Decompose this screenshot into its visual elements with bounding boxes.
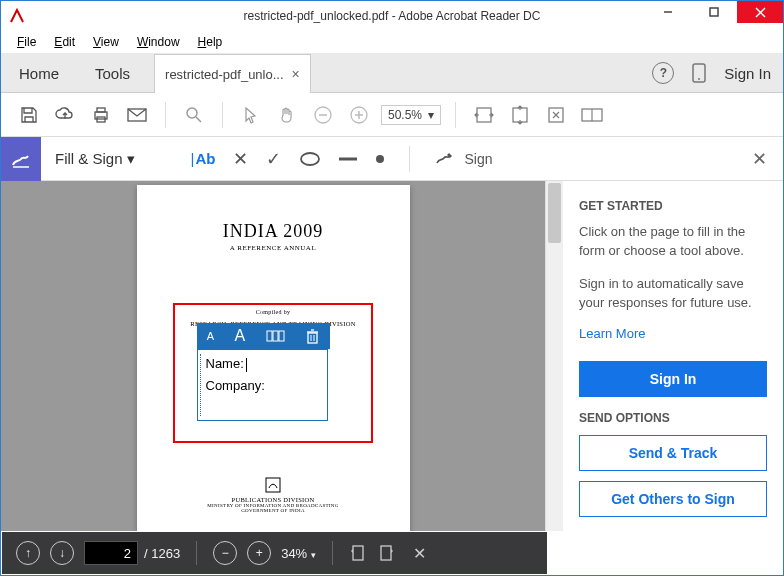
- menu-bar: File Edit View Window Help: [1, 31, 783, 53]
- fit-height-icon[interactable]: [506, 101, 534, 129]
- svg-rect-2: [710, 8, 718, 16]
- svg-rect-37: [381, 546, 391, 560]
- close-tab-icon[interactable]: ×: [292, 66, 300, 82]
- prev-page-icon[interactable]: ↑: [16, 541, 40, 565]
- menu-help[interactable]: Help: [190, 33, 231, 51]
- signature-tool[interactable]: Sign: [434, 150, 492, 168]
- save-icon[interactable]: [15, 101, 43, 129]
- help-icon[interactable]: ?: [652, 62, 674, 84]
- cloud-upload-icon[interactable]: [51, 101, 79, 129]
- document-tab-label: restricted-pdf_unlo...: [165, 67, 284, 82]
- page-subtitle: A REFERENCE ANNUAL: [137, 244, 410, 252]
- publisher-block: PUBLICATIONS DIVISION MINISTRY OF INFORM…: [137, 476, 410, 513]
- add-text-tool[interactable]: |Ab: [191, 150, 216, 167]
- check-mark-tool[interactable]: ✓: [266, 148, 281, 170]
- rotate-ccw-icon[interactable]: [349, 543, 367, 563]
- text-spacing-icon[interactable]: [266, 329, 286, 343]
- zoom-out-icon[interactable]: [309, 101, 337, 129]
- document-view[interactable]: INDIA 2009 A REFERENCE ANNUAL Compiled b…: [1, 181, 545, 531]
- email-icon[interactable]: [123, 101, 151, 129]
- right-panel: GET STARTED Click on the page to fill in…: [563, 181, 783, 573]
- text-larger-icon[interactable]: A: [235, 327, 246, 345]
- zoom-percent[interactable]: 34% ▾: [281, 546, 316, 561]
- close-button[interactable]: [737, 1, 783, 23]
- page-navigation-bar: ↑ ↓ / 1263 − + 34% ▾ ✕: [2, 532, 547, 574]
- fill-sign-label[interactable]: Fill & Sign ▾: [55, 150, 135, 168]
- tab-strip: Home Tools restricted-pdf_unlo... × ? Si…: [1, 53, 783, 93]
- vertical-scrollbar[interactable]: [545, 181, 563, 531]
- fit-page-icon[interactable]: [542, 101, 570, 129]
- get-started-text2: Sign in to automatically save your respo…: [579, 275, 767, 313]
- zoom-in-icon[interactable]: [345, 101, 373, 129]
- print-icon[interactable]: [87, 101, 115, 129]
- send-track-button[interactable]: Send & Track: [579, 435, 767, 471]
- send-options-heading: SEND OPTIONS: [579, 411, 767, 425]
- hand-tool-icon[interactable]: [273, 101, 301, 129]
- tab-home[interactable]: Home: [1, 55, 77, 92]
- x-mark-tool[interactable]: ✕: [233, 148, 248, 170]
- fit-width-icon[interactable]: [470, 101, 498, 129]
- chevron-down-icon: ▾: [428, 108, 434, 122]
- menu-edit[interactable]: Edit: [46, 33, 83, 51]
- company-label: Company:: [206, 378, 265, 393]
- zoom-in-button[interactable]: +: [247, 541, 271, 565]
- text-smaller-icon[interactable]: A: [207, 330, 214, 342]
- zoom-out-button[interactable]: −: [213, 541, 237, 565]
- menu-file[interactable]: File: [9, 33, 44, 51]
- svg-rect-30: [308, 333, 317, 343]
- chevron-down-icon: ▾: [127, 150, 135, 168]
- menu-window[interactable]: Window: [129, 33, 188, 51]
- page-number-field: / 1263: [84, 541, 180, 565]
- get-started-text1: Click on the page to fill in the form or…: [579, 223, 767, 261]
- svg-rect-28: [273, 331, 278, 341]
- svg-rect-36: [353, 546, 363, 560]
- get-started-heading: GET STARTED: [579, 199, 767, 213]
- page-total: / 1263: [144, 546, 180, 561]
- read-mode-icon[interactable]: [578, 101, 606, 129]
- learn-more-link[interactable]: Learn More: [579, 326, 767, 341]
- page-title: INDIA 2009: [137, 221, 410, 242]
- svg-rect-19: [513, 108, 527, 122]
- svg-rect-27: [267, 331, 272, 341]
- fill-text-field[interactable]: Name: Company:: [197, 349, 328, 421]
- acrobat-icon: [9, 8, 25, 24]
- content-area: INDIA 2009 A REFERENCE ANNUAL Compiled b…: [1, 181, 783, 531]
- svg-point-11: [187, 108, 197, 118]
- rotate-cw-icon[interactable]: [377, 543, 395, 563]
- svg-rect-8: [97, 108, 105, 112]
- tab-tools[interactable]: Tools: [77, 55, 148, 92]
- dot-tool[interactable]: [375, 154, 385, 164]
- pdf-page: INDIA 2009 A REFERENCE ANNUAL Compiled b…: [137, 185, 410, 531]
- close-fill-sign-icon[interactable]: ✕: [752, 148, 767, 170]
- delete-icon[interactable]: [306, 329, 319, 344]
- svg-point-26: [376, 155, 384, 163]
- window-controls: [645, 1, 783, 23]
- svg-line-12: [196, 117, 201, 122]
- minimize-button[interactable]: [645, 1, 691, 23]
- fill-sign-toolbar: Fill & Sign ▾ |Ab ✕ ✓ Sign ✕: [1, 137, 783, 181]
- close-nav-icon[interactable]: ✕: [413, 544, 426, 563]
- maximize-button[interactable]: [691, 1, 737, 23]
- svg-rect-29: [279, 331, 284, 341]
- circle-tool[interactable]: [299, 151, 321, 167]
- sign-label: Sign: [464, 151, 492, 167]
- document-tab[interactable]: restricted-pdf_unlo... ×: [154, 54, 311, 93]
- search-icon[interactable]: [180, 101, 208, 129]
- page-number-input[interactable]: [84, 541, 138, 565]
- next-page-icon[interactable]: ↓: [50, 541, 74, 565]
- mobile-icon[interactable]: [692, 63, 706, 83]
- line-tool[interactable]: [339, 156, 357, 162]
- select-tool-icon[interactable]: [237, 101, 265, 129]
- sign-in-button[interactable]: Sign In: [579, 361, 767, 397]
- zoom-level[interactable]: 50.5%▾: [381, 105, 441, 125]
- get-others-sign-button[interactable]: Get Others to Sign: [579, 481, 767, 517]
- zoom-value: 50.5%: [388, 108, 422, 122]
- svg-point-24: [301, 153, 319, 165]
- fill-sign-icon[interactable]: [1, 137, 41, 181]
- svg-rect-18: [477, 108, 491, 122]
- fill-sign-text: Fill & Sign: [55, 150, 123, 167]
- main-toolbar: 50.5%▾: [1, 93, 783, 137]
- svg-rect-35: [266, 478, 280, 492]
- sign-in-link[interactable]: Sign In: [724, 65, 771, 82]
- menu-view[interactable]: View: [85, 33, 127, 51]
